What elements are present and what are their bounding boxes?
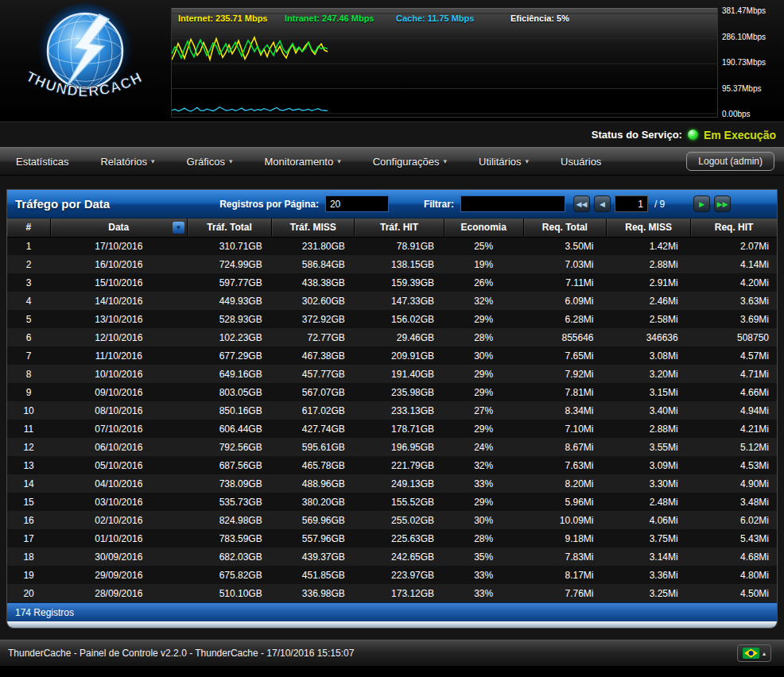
table-cell: 3.55Mi [607, 438, 691, 456]
table-cell: 08/10/2016 [50, 401, 187, 420]
page-input[interactable] [615, 195, 648, 212]
status-bar: Status do Serviço: Em Execução [0, 122, 784, 147]
table-cell: 221.79GB [355, 456, 444, 474]
table-cell: 24% [444, 438, 523, 456]
table-cell: 7.63Mi [523, 456, 606, 474]
table-cell: 3.25Mi [607, 584, 691, 602]
column-header-0[interactable]: # [7, 219, 50, 237]
scale-label: 95.37Mbps [722, 84, 782, 93]
nav-item-graficos[interactable]: Gráficos▾ [187, 156, 233, 168]
table-cell: 35% [444, 547, 523, 566]
table-cell: 528.93GB [187, 310, 271, 328]
table-cell: 18 [7, 547, 50, 566]
scale-label: 381.47Mbps [722, 6, 782, 15]
table-cell: 457.77GB [272, 365, 355, 383]
logout-button[interactable]: Logout (admin) [686, 152, 774, 171]
status-running-icon [688, 130, 698, 140]
nav-item-monitoramento[interactable]: Monitoramento▾ [264, 156, 340, 168]
table-cell: 3.63Mi [691, 292, 777, 310]
table-cell: 178.71GB [355, 420, 444, 438]
table-cell: 7.92Mi [523, 365, 606, 383]
table-cell: 223.97GB [355, 566, 444, 584]
nav-item-relatorios[interactable]: Relatórios▾ [100, 156, 154, 168]
brazil-flag-icon [743, 648, 759, 659]
table-cell: 4.06Mi [607, 511, 691, 529]
column-header-6[interactable]: Req. Total [523, 219, 606, 237]
table-cell: 32% [444, 292, 523, 310]
table-cell: 29% [444, 420, 523, 438]
table-cell: 449.93GB [187, 292, 271, 310]
first-page-button[interactable]: ◀◀ [573, 195, 590, 212]
table-cell: 173.12GB [355, 584, 444, 602]
legend-cache: Cache: 11.75 Mbps [396, 14, 474, 23]
table-cell: 2.88Mi [607, 420, 691, 438]
table-cell: 6.28Mi [523, 310, 606, 328]
column-header-1[interactable]: Data▼ [50, 219, 187, 237]
column-header-7[interactable]: Req. MISS [607, 219, 691, 237]
table-cell: 586.84GB [272, 255, 355, 273]
table-cell: 4.80Mi [691, 566, 777, 584]
table-cell: 803.05GB [187, 383, 271, 401]
table-cell: 04/10/2016 [50, 474, 187, 493]
column-header-label: Tráf. HIT [380, 222, 418, 233]
table-cell: 3.36Mi [607, 566, 691, 584]
table-cell: 233.13GB [355, 401, 444, 420]
last-page-button[interactable]: ▶▶ [714, 195, 731, 212]
table-cell: 26% [444, 273, 523, 292]
table-cell: 14 [7, 474, 50, 493]
table-cell: 597.77GB [187, 273, 271, 292]
table-cell: 850.16GB [187, 401, 271, 420]
internet-line [172, 37, 328, 60]
column-header-2[interactable]: Tráf. Total [187, 219, 271, 237]
table-cell: 30% [444, 346, 523, 365]
filter-input[interactable] [460, 195, 565, 212]
table-row: 612/10/2016102.23GB72.77GB29.46GB28%8556… [7, 328, 777, 346]
column-header-3[interactable]: Tráf. MISS [272, 219, 355, 237]
chevron-up-icon: ▴ [763, 650, 766, 657]
column-header-label: # [25, 222, 31, 233]
table-cell: 29% [444, 383, 523, 401]
table-cell: 346636 [607, 328, 691, 346]
table-row: 1602/10/2016824.98GB569.96GB255.02GB30%1… [7, 511, 777, 529]
table-cell: 01/10/2016 [50, 529, 187, 547]
table-cell: 4.66Mi [691, 383, 777, 401]
column-header-4[interactable]: Tráf. HIT [355, 219, 444, 237]
column-header-5[interactable]: Economia [444, 219, 523, 237]
graph-legend: Internet: 235.71 MbpsIntranet: 247.46 Mb… [172, 14, 717, 26]
table-cell: 3 [7, 273, 50, 292]
table-cell: 724.99GB [187, 255, 271, 273]
chevron-down-icon: ▾ [444, 157, 448, 165]
table-cell: 675.82GB [187, 566, 271, 584]
table-cell: 5.43Mi [691, 529, 777, 547]
table-cell: 508750 [691, 328, 777, 346]
nav-item-usuarios[interactable]: Usuários [561, 156, 601, 168]
sort-desc-icon[interactable]: ▼ [173, 222, 184, 234]
nav-item-utilitarios[interactable]: Utilitários▾ [479, 156, 529, 168]
prev-page-button[interactable]: ◀ [594, 195, 611, 212]
records-per-page-input[interactable] [325, 195, 389, 212]
table-cell: 29/09/2016 [50, 566, 187, 584]
table-cell: 225.63GB [355, 529, 444, 547]
table-cell: 3.08Mi [607, 346, 691, 365]
table-cell: 27% [444, 401, 523, 420]
nav-item-label: Configurações [373, 156, 440, 168]
table-cell: 7.83Mi [523, 547, 606, 566]
page-footer: ThunderCache - Painel de Controle v2.2.0… [0, 640, 784, 667]
page-title: Tráfego por Data [15, 197, 110, 211]
table-cell: 682.03GB [187, 547, 271, 566]
nav-item-configuracoes[interactable]: Configurações▾ [373, 156, 447, 168]
column-header-8[interactable]: Req. HIT [691, 219, 777, 237]
next-page-button[interactable]: ▶ [693, 195, 710, 212]
table-cell: 32% [444, 456, 523, 474]
nav-item-estatisticas[interactable]: Estatísticas [16, 156, 68, 168]
table-cell: 8.20Mi [523, 474, 606, 493]
scale-label: 286.10Mbps [722, 33, 782, 41]
table-cell: 255.02GB [355, 511, 444, 529]
language-selector-button[interactable]: ▴ [737, 644, 771, 662]
table-cell: 488.96GB [272, 474, 355, 493]
footer-text: ThunderCache - Painel de Controle v2.2.0… [0, 648, 354, 659]
table-cell: 687.56GB [187, 456, 271, 474]
table-cell: 06/10/2016 [50, 438, 187, 456]
table-cell: 16/10/2016 [50, 255, 187, 273]
table-cell: 3.40Mi [607, 401, 691, 420]
